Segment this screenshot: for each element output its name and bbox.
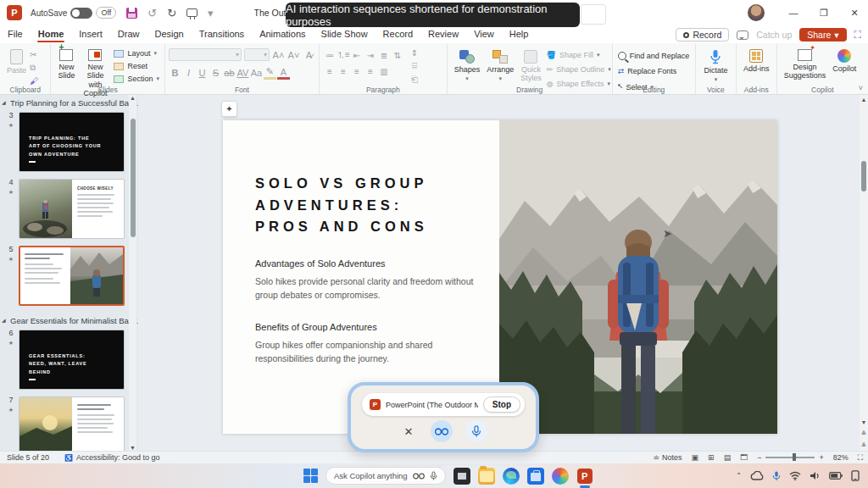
slide-title[interactable]: SOLO VS GROUP ADVENTURES: PROS AND CONS [255,173,499,238]
reading-view-icon[interactable]: ▤ [724,453,732,462]
share-button[interactable]: Share▾ [799,28,846,42]
slide-sorter-view-icon[interactable]: ⊞ [708,453,715,462]
tab-record[interactable]: Record [376,26,420,43]
strikethrough-icon[interactable]: S [209,68,222,78]
scroll-up-icon[interactable]: ▲ [860,97,868,103]
new-slide-button[interactable]: New Slide [54,47,78,82]
battery-icon[interactable] [829,472,843,480]
wifi-icon[interactable] [789,471,801,480]
dictate-button[interactable]: Dictate▾ [700,47,731,85]
minimize-button[interactable]: — [780,0,807,25]
change-case-icon[interactable]: Aa [250,68,263,78]
justify-icon[interactable]: ≡ [364,67,377,76]
tab-insert[interactable]: Insert [71,26,110,43]
highlight-color-icon[interactable]: ✎ [264,66,276,80]
shapes-button[interactable]: Shapes▾ [451,48,484,84]
layout-button[interactable]: Layout▾ [112,48,161,58]
fit-slide-icon[interactable]: ⛶ [858,453,863,463]
design-suggestions-button[interactable]: Design Suggestions [781,47,830,82]
grow-font-icon[interactable]: A˄ [272,50,285,60]
paste-button[interactable]: Paste [3,47,30,76]
next-slide-double-icon[interactable]: ≚ [860,442,868,449]
text-direction-2-icon[interactable]: ⇕ [408,48,421,58]
slide-heading-2[interactable]: Benefits of Group Adventures [255,322,499,332]
comments-icon[interactable] [737,30,748,40]
shape-fill-button[interactable]: 🪣Shape Fill▾ [545,50,613,60]
line-spacing-icon[interactable]: ≣ [377,51,391,60]
slide-indicator[interactable]: Slide 5 of 20 [7,453,49,462]
tab-transitions[interactable]: Transitions [192,26,252,43]
catch-up-button[interactable]: Catch up [756,30,792,40]
reset-button[interactable]: Reset [112,61,161,71]
replace-fonts-button[interactable]: ⇄Replace Fonts [616,66,692,76]
tab-design[interactable]: Design [147,26,191,43]
vertical-scrollbar[interactable]: ▲ ▼ ≙ ≚ [860,95,868,451]
arrange-button[interactable]: Arrange▾ [483,48,517,84]
zoom-slider[interactable]: − + [757,453,824,462]
tab-file[interactable]: File [0,26,31,43]
numbering-icon[interactable]: ⒈≡ [337,49,350,61]
quick-styles-button[interactable]: Quick Styles [517,48,545,85]
slide-3-thumbnail[interactable]: TRIP PLANNING: THE ART OF CHOOSING YOUR … [19,112,125,172]
redo-icon[interactable]: ↻ [167,7,176,19]
slide-paragraph-2[interactable]: Group hikes offer companionship and shar… [255,338,499,366]
slide-photo-hiker-mountains[interactable] [499,120,777,434]
tab-home[interactable]: Home [31,26,72,43]
scroll-down-icon[interactable]: ▼ [129,445,136,451]
shrink-font-icon[interactable]: A˅ [287,50,300,60]
tab-draw[interactable]: Draw [110,26,147,43]
search-box-remnant[interactable] [581,4,606,25]
undo-icon[interactable]: ↺ [147,7,157,19]
shape-outline-button[interactable]: ✏Shape Outline▾ [545,64,613,75]
zoom-in-icon[interactable]: + [819,453,823,462]
zoom-level[interactable]: 82% [833,453,849,462]
clear-formatting-icon[interactable]: A̷ [303,50,315,60]
text-direction-icon[interactable]: ⇅ [391,51,404,60]
prev-slide-double-icon[interactable]: ≙ [860,430,868,437]
autosave-toggle[interactable]: AutoSave Off [31,7,116,19]
tab-view[interactable]: View [466,26,502,43]
copilot-vision-icon[interactable] [431,420,453,442]
zoom-slider-thumb[interactable] [793,453,796,461]
close-button[interactable]: ✕ [841,0,868,25]
zoom-out-icon[interactable]: − [757,453,761,462]
microsoft-store-icon[interactable] [527,468,544,485]
smartart-icon[interactable]: ⎗ [408,75,421,85]
slide-6-thumbnail[interactable]: GEAR ESSENTIALS: NEED, WANT, LEAVE BEHIN… [19,330,125,390]
taskbar-dark-app-icon[interactable] [453,468,470,485]
tab-review[interactable]: Review [420,26,466,43]
accessibility-status[interactable]: ♿ Accessibility: Good to go [64,453,160,462]
section-button[interactable]: Section▾ [112,74,161,84]
slide-heading-1[interactable]: Advantages of Solo Adventures [255,258,499,269]
start-slideshow-icon[interactable] [186,8,198,17]
stop-button[interactable]: Stop [483,396,520,413]
addins-button[interactable]: Add-ins [740,47,773,75]
thumbnail-panel-scrollbar[interactable]: ▲ ▼ [129,95,136,451]
copilot-button[interactable]: Copilot [829,47,860,75]
tab-help[interactable]: Help [502,26,537,43]
start-button[interactable] [303,469,318,483]
character-spacing-icon[interactable]: AV [236,68,249,78]
align-center-icon[interactable]: ≡ [337,67,350,76]
decrease-indent-icon[interactable]: ⇤ [350,51,364,60]
save-icon[interactable] [126,8,137,19]
cut-icon[interactable]: ✂ [30,50,38,59]
increase-indent-icon[interactable]: ⇥ [364,51,377,60]
slide-7-thumbnail[interactable] [19,396,125,451]
restore-button[interactable]: ❐ [810,0,837,25]
autosave-switch-icon[interactable] [70,8,92,19]
slide-4-thumbnail[interactable]: CHOOSE WISELY [19,179,125,239]
tray-chevron-icon[interactable]: ⌃ [736,472,742,480]
font-size-dropdown[interactable]: ▾ [244,48,270,61]
format-painter-icon[interactable]: 🖌 [30,76,38,86]
designer-sparkle-icon[interactable]: ✦ [221,101,237,117]
onedrive-cloud-icon[interactable] [750,471,764,480]
align-right-icon[interactable]: ≡ [350,67,364,76]
copilot-app-icon[interactable] [552,468,569,485]
record-button[interactable]: Record [676,28,729,42]
section-header-gear-essentials[interactable]: Gear Essentials for Minimalist Back... [0,313,138,328]
section-header-trip-planning[interactable]: Trip Planning for a Successful Back... [0,95,138,110]
underline-icon[interactable]: U [196,68,209,78]
font-color-icon[interactable]: A [277,67,290,80]
file-explorer-icon[interactable] [478,468,495,485]
